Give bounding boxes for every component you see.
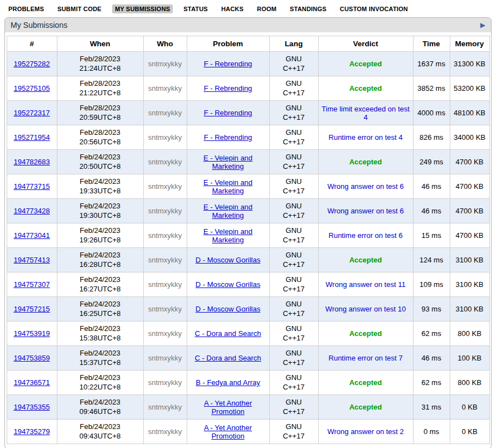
submission-verdict-cell: Accepted <box>318 150 413 174</box>
user-link[interactable]: sntmxykky <box>148 84 182 92</box>
submission-id-link[interactable]: 195275282 <box>13 60 50 68</box>
nav-item-problems[interactable]: PROBLEMS <box>6 4 47 13</box>
submission-id-link[interactable]: 194757215 <box>13 305 50 313</box>
submission-id-link[interactable]: 195275105 <box>13 84 50 92</box>
user-link[interactable]: sntmxykky <box>148 403 182 411</box>
problem-link[interactable]: F - Rebrending <box>204 60 252 68</box>
submission-time-cell: 124 ms <box>413 248 450 272</box>
user-link[interactable]: sntmxykky <box>148 354 182 362</box>
submission-lang-cell: GNU C++17 <box>269 272 318 297</box>
problem-link[interactable]: E - Velepin and Marketing <box>203 203 252 220</box>
submission-memory-cell: 0 KB <box>450 395 489 420</box>
user-link[interactable]: sntmxykky <box>148 231 182 240</box>
problem-link[interactable]: B - Fedya and Array <box>196 378 260 387</box>
user-link[interactable]: sntmxykky <box>148 133 182 142</box>
problem-link[interactable]: E - Velepin and Marketing <box>203 227 252 244</box>
submission-time-cell: 0 ms <box>413 420 450 444</box>
submission-id-cell: 195275282 <box>7 52 57 76</box>
problem-link[interactable]: E - Velepin and Marketing <box>203 154 252 171</box>
user-link[interactable]: sntmxykky <box>148 329 182 338</box>
submission-id-cell: 194753859 <box>7 346 57 371</box>
lang-text: GNU C++17 <box>279 324 308 343</box>
user-link[interactable]: sntmxykky <box>148 158 182 166</box>
submission-id-link[interactable]: 194757307 <box>13 280 50 289</box>
lang-text: GNU C++17 <box>279 422 308 441</box>
submission-id-link[interactable]: 194773428 <box>13 207 50 215</box>
submission-who-cell: sntmxykky <box>143 174 187 199</box>
submission-lang-cell: GNU C++17 <box>269 297 318 322</box>
problem-link[interactable]: C - Dora and Search <box>194 354 261 362</box>
problem-link[interactable]: D - Moscow Gorillas <box>196 256 260 264</box>
submission-id-cell: 194773715 <box>7 174 57 199</box>
lang-text: GNU C++17 <box>279 177 308 196</box>
submission-memory-cell: 34000 KB <box>450 125 489 150</box>
problem-link[interactable]: C - Dora and Search <box>194 329 261 338</box>
submission-memory-cell: 3100 KB <box>450 248 489 272</box>
submission-id-link[interactable]: 194782683 <box>13 158 50 166</box>
submissions-tbody: 195275282 Feb/28/2023 21:24UTC+8 sntmxyk… <box>7 52 489 444</box>
when-date: Feb/24/2023 <box>60 324 141 333</box>
nav-item-hacks[interactable]: HACKS <box>218 4 246 13</box>
lang-text: GNU C++17 <box>279 202 308 220</box>
when-date: Feb/24/2023 <box>60 300 141 309</box>
submission-when-cell: Feb/24/2023 09:43UTC+8 <box>57 420 143 444</box>
submission-problem-cell: C - Dora and Search <box>187 346 269 371</box>
problem-link[interactable]: D - Moscow Gorillas <box>196 280 260 289</box>
lang-text: GNU C++17 <box>279 79 308 98</box>
user-link[interactable]: sntmxykky <box>148 182 182 191</box>
nav-item-status[interactable]: STATUS <box>181 4 211 13</box>
user-link[interactable]: sntmxykky <box>148 427 182 436</box>
submission-id-link[interactable]: 195271954 <box>13 133 50 142</box>
nav-item-custom-invocation[interactable]: CUSTOM INVOCATION <box>337 4 411 13</box>
lang-text: GNU C++17 <box>279 153 308 171</box>
submission-problem-cell: D - Moscow Gorillas <box>187 297 269 322</box>
submission-id-link[interactable]: 195272317 <box>13 109 50 117</box>
problem-link[interactable]: A - Yet Another Promotion <box>204 423 252 440</box>
lang-text: GNU C++17 <box>279 251 308 269</box>
user-link[interactable]: sntmxykky <box>148 207 182 215</box>
submission-time-cell: 826 ms <box>413 125 450 150</box>
submission-id-cell: 194735279 <box>7 420 57 444</box>
when-date: Feb/28/2023 <box>60 128 141 137</box>
user-link[interactable]: sntmxykky <box>148 60 182 68</box>
submission-id-link[interactable]: 194735279 <box>13 427 50 436</box>
nav-item-room[interactable]: ROOM <box>254 4 279 13</box>
user-link[interactable]: sntmxykky <box>148 109 182 117</box>
submission-verdict-cell: Wrong answer on test 11 <box>318 272 413 297</box>
collapse-arrow-icon[interactable]: ▶ <box>480 22 485 28</box>
user-link[interactable]: sntmxykky <box>148 256 182 264</box>
header-id: # <box>7 36 57 52</box>
page-title: My Submissions <box>11 21 67 30</box>
submission-lang-cell: GNU C++17 <box>269 346 318 371</box>
nav-item-my-submissions[interactable]: MY SUBMISSIONS <box>112 4 173 13</box>
lang-text: GNU C++17 <box>279 373 308 392</box>
when-time: 15:37UTC+8 <box>60 358 141 367</box>
submission-id-link[interactable]: 194753919 <box>13 329 50 338</box>
problem-link[interactable]: F - Rebrending <box>204 133 252 142</box>
problem-link[interactable]: F - Rebrending <box>204 84 252 92</box>
submission-time-cell: 249 ms <box>413 150 450 174</box>
submission-id-link[interactable]: 194757413 <box>13 256 50 264</box>
problem-link[interactable]: A - Yet Another Promotion <box>204 399 252 416</box>
problem-link[interactable]: D - Moscow Gorillas <box>196 305 260 313</box>
submission-id-link[interactable]: 194773041 <box>13 231 50 240</box>
problem-link[interactable]: E - Velepin and Marketing <box>203 178 252 195</box>
when-date: Feb/24/2023 <box>60 177 141 186</box>
submission-id-link[interactable]: 194735355 <box>13 403 50 411</box>
submission-verdict-cell: Accepted <box>318 52 413 76</box>
nav-item-submit-code[interactable]: SUBMIT CODE <box>55 4 104 13</box>
submission-verdict-cell: Runtime error on test 7 <box>318 346 413 371</box>
lang-text: GNU C++17 <box>279 275 308 294</box>
submission-id-link[interactable]: 194753859 <box>13 354 50 362</box>
problem-link[interactable]: F - Rebrending <box>204 109 252 117</box>
when-time: 16:25UTC+8 <box>60 309 141 318</box>
user-link[interactable]: sntmxykky <box>148 305 182 313</box>
user-link[interactable]: sntmxykky <box>148 280 182 289</box>
user-link[interactable]: sntmxykky <box>148 378 182 387</box>
submission-id-link[interactable]: 194736571 <box>13 378 50 387</box>
submission-id-cell: 194782683 <box>7 150 57 174</box>
verdict-text: Runtime error on test 6 <box>329 231 403 240</box>
nav-item-standings[interactable]: STANDINGS <box>287 4 329 13</box>
submission-id-link[interactable]: 194773715 <box>13 182 50 191</box>
verdict-text: Accepted <box>349 329 382 338</box>
